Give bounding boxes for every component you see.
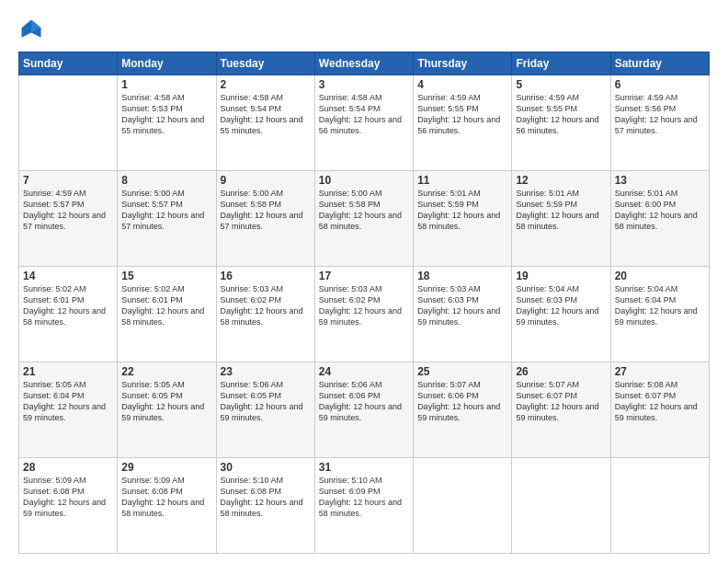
calendar-cell: 26 Sunrise: 5:07 AMSunset: 6:07 PMDaylig…: [512, 362, 610, 458]
day-info: Sunrise: 5:03 AMSunset: 6:02 PMDaylight:…: [319, 283, 409, 328]
day-number: 6: [615, 78, 705, 91]
day-info: Sunrise: 5:00 AMSunset: 5:57 PMDaylight:…: [121, 188, 211, 233]
calendar-cell: 29 Sunrise: 5:09 AMSunset: 6:08 PMDaylig…: [118, 458, 216, 554]
day-info: Sunrise: 5:01 AMSunset: 5:59 PMDaylight:…: [417, 188, 507, 233]
day-info: Sunrise: 4:58 AMSunset: 5:54 PMDaylight:…: [319, 92, 409, 137]
calendar-cell: 10 Sunrise: 5:00 AMSunset: 5:58 PMDaylig…: [314, 171, 413, 267]
calendar-cell: 31 Sunrise: 5:10 AMSunset: 6:09 PMDaylig…: [314, 458, 413, 554]
day-number: 29: [121, 461, 211, 474]
day-info: Sunrise: 5:00 AMSunset: 5:58 PMDaylight:…: [319, 188, 409, 233]
day-info: Sunrise: 5:01 AMSunset: 5:59 PMDaylight:…: [516, 188, 606, 233]
calendar-cell: [19, 75, 118, 171]
calendar-table: SundayMondayTuesdayWednesdayThursdayFrid…: [18, 52, 710, 554]
day-number: 7: [23, 174, 113, 187]
day-info: Sunrise: 4:58 AMSunset: 5:54 PMDaylight:…: [221, 92, 311, 137]
day-info: Sunrise: 5:02 AMSunset: 6:01 PMDaylight:…: [23, 283, 113, 328]
day-info: Sunrise: 5:00 AMSunset: 5:58 PMDaylight:…: [221, 188, 311, 233]
day-number: 5: [516, 78, 606, 91]
day-number: 23: [221, 365, 311, 378]
day-info: Sunrise: 5:10 AMSunset: 6:09 PMDaylight:…: [319, 475, 409, 520]
day-info: Sunrise: 5:08 AMSunset: 6:07 PMDaylight:…: [615, 379, 705, 424]
calendar-cell: 2 Sunrise: 4:58 AMSunset: 5:54 PMDayligh…: [216, 75, 314, 171]
day-number: 22: [121, 365, 211, 378]
calendar-cell: 1 Sunrise: 4:58 AMSunset: 5:53 PMDayligh…: [118, 75, 216, 171]
calendar-cell: 21 Sunrise: 5:05 AMSunset: 6:04 PMDaylig…: [19, 362, 118, 458]
day-number: 9: [221, 174, 311, 187]
day-number: 13: [615, 174, 705, 187]
weekday-header: Monday: [118, 52, 216, 75]
day-info: Sunrise: 4:59 AMSunset: 5:57 PMDaylight:…: [23, 188, 113, 233]
day-number: 14: [23, 270, 113, 282]
day-number: 19: [516, 270, 606, 282]
day-number: 26: [516, 365, 606, 378]
header: [18, 17, 710, 42]
logo-icon: [18, 17, 44, 42]
calendar-cell: 17 Sunrise: 5:03 AMSunset: 6:02 PMDaylig…: [314, 267, 413, 362]
calendar-week-row: 14 Sunrise: 5:02 AMSunset: 6:01 PMDaylig…: [19, 267, 710, 362]
day-number: 30: [221, 461, 311, 474]
day-number: 16: [221, 270, 311, 282]
calendar-cell: 4 Sunrise: 4:59 AMSunset: 5:55 PMDayligh…: [414, 75, 512, 171]
day-info: Sunrise: 5:09 AMSunset: 6:08 PMDaylight:…: [121, 475, 211, 520]
weekday-header: Thursday: [414, 52, 512, 75]
day-info: Sunrise: 5:04 AMSunset: 6:04 PMDaylight:…: [615, 283, 705, 328]
calendar-cell: 6 Sunrise: 4:59 AMSunset: 5:56 PMDayligh…: [610, 75, 709, 171]
day-number: 8: [121, 174, 211, 187]
calendar-cell: [414, 458, 512, 554]
weekday-header: Wednesday: [314, 52, 413, 75]
calendar-header-row: SundayMondayTuesdayWednesdayThursdayFrid…: [19, 52, 710, 75]
calendar-cell: 27 Sunrise: 5:08 AMSunset: 6:07 PMDaylig…: [610, 362, 709, 458]
day-number: 11: [417, 174, 507, 187]
day-number: 21: [23, 365, 113, 378]
calendar-cell: 11 Sunrise: 5:01 AMSunset: 5:59 PMDaylig…: [414, 171, 512, 267]
calendar-cell: 30 Sunrise: 5:10 AMSunset: 6:08 PMDaylig…: [216, 458, 314, 554]
calendar-cell: 16 Sunrise: 5:03 AMSunset: 6:02 PMDaylig…: [216, 267, 314, 362]
calendar-cell: 9 Sunrise: 5:00 AMSunset: 5:58 PMDayligh…: [216, 171, 314, 267]
calendar-cell: 23 Sunrise: 5:06 AMSunset: 6:05 PMDaylig…: [216, 362, 314, 458]
day-number: 2: [221, 78, 311, 91]
calendar-cell: [512, 458, 610, 554]
day-info: Sunrise: 5:07 AMSunset: 6:07 PMDaylight:…: [516, 379, 606, 424]
day-number: 28: [23, 461, 113, 474]
day-info: Sunrise: 5:03 AMSunset: 6:02 PMDaylight:…: [221, 283, 311, 328]
weekday-header: Saturday: [610, 52, 709, 75]
calendar-cell: 15 Sunrise: 5:02 AMSunset: 6:01 PMDaylig…: [118, 267, 216, 362]
calendar-cell: 28 Sunrise: 5:09 AMSunset: 6:08 PMDaylig…: [19, 458, 118, 554]
calendar-week-row: 21 Sunrise: 5:05 AMSunset: 6:04 PMDaylig…: [19, 362, 710, 458]
day-info: Sunrise: 5:05 AMSunset: 6:04 PMDaylight:…: [23, 379, 113, 424]
calendar-cell: 12 Sunrise: 5:01 AMSunset: 5:59 PMDaylig…: [512, 171, 610, 267]
day-info: Sunrise: 5:05 AMSunset: 6:05 PMDaylight:…: [121, 379, 211, 424]
day-info: Sunrise: 4:59 AMSunset: 5:56 PMDaylight:…: [615, 92, 705, 137]
day-info: Sunrise: 5:06 AMSunset: 6:06 PMDaylight:…: [319, 379, 409, 424]
logo: [18, 17, 48, 42]
calendar-cell: [610, 458, 709, 554]
calendar-cell: 14 Sunrise: 5:02 AMSunset: 6:01 PMDaylig…: [19, 267, 118, 362]
day-number: 12: [516, 174, 606, 187]
day-number: 3: [319, 78, 409, 91]
day-number: 25: [417, 365, 507, 378]
page: SundayMondayTuesdayWednesdayThursdayFrid…: [0, 0, 728, 563]
day-number: 18: [417, 270, 507, 282]
day-number: 15: [121, 270, 211, 282]
day-number: 1: [121, 78, 211, 91]
day-info: Sunrise: 4:58 AMSunset: 5:53 PMDaylight:…: [121, 92, 211, 137]
day-number: 27: [615, 365, 705, 378]
calendar-cell: 22 Sunrise: 5:05 AMSunset: 6:05 PMDaylig…: [118, 362, 216, 458]
day-info: Sunrise: 4:59 AMSunset: 5:55 PMDaylight:…: [516, 92, 606, 137]
day-info: Sunrise: 5:10 AMSunset: 6:08 PMDaylight:…: [221, 475, 311, 520]
day-number: 17: [319, 270, 409, 282]
day-info: Sunrise: 5:03 AMSunset: 6:03 PMDaylight:…: [417, 283, 507, 328]
day-info: Sunrise: 5:07 AMSunset: 6:06 PMDaylight:…: [417, 379, 507, 424]
day-info: Sunrise: 5:04 AMSunset: 6:03 PMDaylight:…: [516, 283, 606, 328]
calendar-cell: 25 Sunrise: 5:07 AMSunset: 6:06 PMDaylig…: [414, 362, 512, 458]
weekday-header: Friday: [512, 52, 610, 75]
day-number: 4: [417, 78, 507, 91]
day-info: Sunrise: 5:01 AMSunset: 6:00 PMDaylight:…: [615, 188, 705, 233]
calendar-cell: 3 Sunrise: 4:58 AMSunset: 5:54 PMDayligh…: [314, 75, 413, 171]
day-info: Sunrise: 5:02 AMSunset: 6:01 PMDaylight:…: [121, 283, 211, 328]
calendar-cell: 7 Sunrise: 4:59 AMSunset: 5:57 PMDayligh…: [19, 171, 118, 267]
calendar-cell: 13 Sunrise: 5:01 AMSunset: 6:00 PMDaylig…: [610, 171, 709, 267]
day-info: Sunrise: 5:09 AMSunset: 6:08 PMDaylight:…: [23, 475, 113, 520]
calendar-cell: 24 Sunrise: 5:06 AMSunset: 6:06 PMDaylig…: [314, 362, 413, 458]
calendar-cell: 19 Sunrise: 5:04 AMSunset: 6:03 PMDaylig…: [512, 267, 610, 362]
